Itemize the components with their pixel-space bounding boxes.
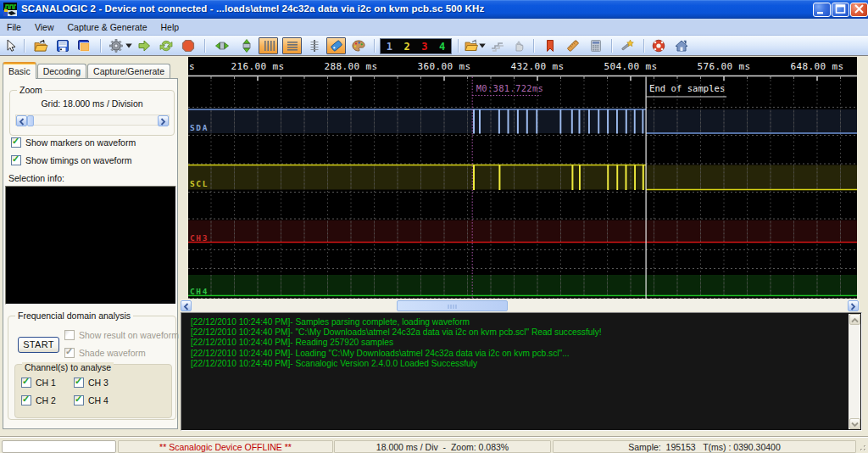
checkbox-checked[interactable]: ✓ bbox=[11, 155, 21, 165]
minimize-button[interactable] bbox=[813, 3, 831, 17]
open-recent-dropdown-arrow[interactable] bbox=[478, 37, 487, 54]
checkbox-checked[interactable]: ✓ bbox=[21, 378, 31, 388]
tab-page-basic: ZoomGrid: 18.000 ms / DivisionSelection … bbox=[3, 78, 178, 429]
axis-ticks-button[interactable] bbox=[306, 37, 323, 54]
analyse-ch-1[interactable]: ✓CH 1 bbox=[21, 378, 56, 388]
save-button[interactable] bbox=[53, 37, 72, 54]
close-icon bbox=[851, 3, 867, 14]
svg-text:s: s bbox=[189, 61, 195, 72]
option-show-timings-on-waveform[interactable]: ✓Show timings on waveform bbox=[11, 155, 131, 165]
tab-capture-generate[interactable]: Capture/Generate bbox=[87, 64, 170, 79]
zoom-scroll-right-button[interactable] bbox=[158, 115, 169, 126]
log-line: [22/12/2010 10:24:40 PM]- Loading "C:\My… bbox=[191, 349, 570, 358]
show-horizontal-grid-button[interactable] bbox=[282, 37, 302, 54]
zoom-scroll-thumb[interactable] bbox=[27, 115, 34, 126]
open-recent-button[interactable] bbox=[463, 37, 480, 54]
settings-dropdown-arrow[interactable] bbox=[125, 37, 133, 54]
zoom-group-label: Zoom bbox=[17, 85, 45, 95]
channel-1-indicator[interactable]: 1 bbox=[387, 41, 392, 53]
bookmark-button[interactable] bbox=[542, 37, 559, 54]
fda-option-shade-waveform[interactable]: ✓Shade waveform bbox=[64, 348, 146, 358]
waveform-plot[interactable]: 216.00 ms288.00 ms360.00 ms432.00 ms504.… bbox=[181, 56, 868, 299]
checkbox-checked[interactable]: ✓ bbox=[74, 378, 84, 388]
toolbar-separator bbox=[611, 39, 613, 53]
maximize-button[interactable] bbox=[832, 3, 849, 17]
expand-vertical-button[interactable] bbox=[238, 37, 255, 54]
measure-ruler-button[interactable] bbox=[564, 37, 582, 54]
checkbox-checked[interactable]: ✓ bbox=[74, 395, 84, 405]
tab-basic[interactable]: Basic bbox=[3, 62, 36, 79]
vaxis-icon bbox=[307, 38, 322, 53]
home-button[interactable] bbox=[673, 37, 690, 54]
checkbox-label: CH 2 bbox=[36, 395, 56, 405]
show-tags-button[interactable] bbox=[326, 37, 346, 54]
channels-groupbox: Channel(s) to analyse✓CH 1✓CH 3✓CH 2✓CH … bbox=[14, 364, 172, 418]
option-show-markers-on-waveform[interactable]: ✓Show markers on waveform bbox=[11, 137, 136, 148]
status-section-zoom: 18.000 ms / Div - Zoom: 0.083% bbox=[334, 440, 551, 453]
menu-view[interactable]: View bbox=[28, 20, 61, 34]
checkbox-unchecked[interactable] bbox=[64, 330, 75, 340]
expand-horizontal-button[interactable] bbox=[214, 37, 231, 54]
settings-gear-button[interactable] bbox=[108, 37, 125, 54]
menu-help[interactable]: Help bbox=[153, 20, 186, 34]
channel-3-indicator[interactable]: 3 bbox=[421, 41, 427, 53]
wave-scroll-thumb[interactable] bbox=[397, 300, 508, 311]
toolbar-separator bbox=[24, 39, 25, 53]
toolbar: 1234 bbox=[0, 36, 868, 56]
start-capture-button[interactable] bbox=[136, 37, 153, 54]
log-scroll-up-button[interactable] bbox=[849, 314, 860, 325]
show-vertical-grid-button[interactable] bbox=[259, 37, 278, 54]
analyse-ch-4[interactable]: ✓CH 4 bbox=[74, 395, 108, 405]
checkbox-checked[interactable]: ✓ bbox=[64, 348, 75, 358]
svg-text:576.00 ms: 576.00 ms bbox=[697, 61, 750, 72]
hexpand-icon bbox=[214, 38, 230, 53]
status-section-device: ** Scanalogic Device OFFLINE ** bbox=[118, 440, 333, 453]
channel-2-indicator[interactable]: 2 bbox=[404, 41, 410, 53]
hand-tool-button[interactable] bbox=[510, 37, 527, 54]
vexpand-icon bbox=[239, 38, 254, 53]
maximize-icon bbox=[832, 3, 849, 14]
menu-file[interactable]: File bbox=[0, 20, 28, 34]
tab-decoding[interactable]: Decoding bbox=[37, 64, 86, 79]
check-icon: ✓ bbox=[22, 376, 30, 387]
home-icon bbox=[674, 38, 689, 53]
chevron-left-icon bbox=[183, 303, 189, 310]
checkbox-checked[interactable]: ✓ bbox=[21, 395, 31, 405]
channel-4-indicator[interactable]: 4 bbox=[439, 41, 445, 53]
stop-button[interactable] bbox=[180, 37, 197, 54]
waveform-hscrollbar[interactable] bbox=[181, 299, 860, 311]
analyse-ch-3[interactable]: ✓CH 3 bbox=[74, 378, 108, 388]
calc-icon bbox=[588, 38, 604, 53]
colors-palette-button[interactable] bbox=[349, 37, 368, 54]
vlines-icon bbox=[261, 38, 276, 53]
selection-info-box bbox=[5, 186, 176, 305]
zoom-scroll-left-button[interactable] bbox=[16, 115, 27, 126]
caret-icon bbox=[125, 38, 133, 53]
steps-view-button[interactable] bbox=[488, 37, 507, 54]
checkbox-checked[interactable]: ✓ bbox=[11, 137, 21, 148]
pointer-tool-button[interactable] bbox=[3, 37, 19, 54]
log-scroll-down-button[interactable] bbox=[849, 418, 860, 429]
svg-text:End of samples: End of samples bbox=[649, 83, 725, 93]
svg-text:288.00 ms: 288.00 ms bbox=[324, 61, 377, 72]
menu-capture-generate[interactable]: Capture & Generate bbox=[61, 20, 154, 34]
calculator-button[interactable] bbox=[587, 37, 604, 54]
wave-scroll-left-button[interactable] bbox=[181, 300, 192, 311]
start-button[interactable]: START bbox=[18, 337, 59, 353]
minimize-icon bbox=[814, 3, 830, 14]
resize-grip-icon[interactable] bbox=[859, 444, 867, 452]
fda-option-show-result-on-waveform[interactable]: Show result on waveform bbox=[64, 330, 179, 340]
export-image-button[interactable] bbox=[75, 37, 93, 54]
close-button[interactable] bbox=[850, 3, 868, 17]
analyse-ch-2[interactable]: ✓CH 2 bbox=[21, 395, 56, 405]
magic-wand-button[interactable] bbox=[618, 37, 637, 54]
log-vscrollbar[interactable] bbox=[849, 314, 860, 429]
wave-scroll-right-button[interactable] bbox=[848, 300, 859, 311]
checkbox-label: CH 1 bbox=[36, 378, 56, 388]
device-offline-text: ** Scanalogic Device OFFLINE ** bbox=[159, 442, 292, 452]
refresh-button[interactable] bbox=[158, 37, 175, 54]
channel-indicator-box[interactable]: 1234 bbox=[380, 38, 452, 54]
open-file-button[interactable] bbox=[31, 37, 50, 54]
help-button[interactable] bbox=[650, 37, 667, 54]
zoom-scrollbar[interactable] bbox=[15, 115, 170, 126]
